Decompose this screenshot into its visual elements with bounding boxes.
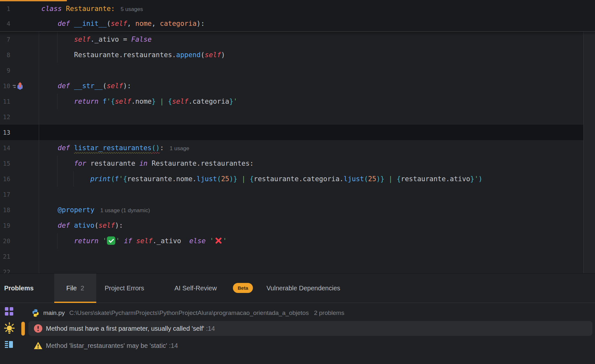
problems-file-row[interactable]: main.py C:\Users\skate\PycharmProjects\P… (31, 305, 595, 321)
code-line[interactable]: 1class Restaurante:5 usages (0, 1, 595, 16)
line-number[interactable]: 22 (0, 264, 10, 273)
code-line[interactable]: 12 (0, 109, 595, 125)
code-text: def ativo(self): (41, 218, 123, 233)
line-number[interactable]: 20 (0, 233, 10, 249)
line-number[interactable]: 11 (0, 94, 10, 109)
code-line[interactable]: 9 (0, 63, 595, 78)
problem-row-warning[interactable]: Method 'listar_restaurantes' may be 'sta… (0, 338, 595, 354)
code-text: return '' if self._ativo else '' (41, 233, 227, 249)
line-number[interactable]: 21 (0, 249, 10, 264)
file-name: main.py (43, 309, 65, 317)
code-lines[interactable]: 7 self._ativo = False8 Restaurante.resta… (0, 32, 595, 273)
panel-title: Problems (4, 274, 34, 303)
error-icon (34, 324, 43, 333)
line-number[interactable]: 4 (0, 16, 10, 31)
line-number[interactable]: 1 (0, 1, 10, 16)
line-number[interactable]: 8 (0, 47, 10, 63)
code-text: def __str__(self): (41, 78, 131, 94)
code-text: Restaurante.restaurantes.append(self) (41, 47, 225, 63)
code-line[interactable]: 16 print(f'{restaurante.nome.ljust(25)} … (0, 171, 595, 187)
problem-row-error[interactable]: Method must have a first parameter, usua… (0, 321, 595, 337)
code-line[interactable]: 8 Restaurante.restaurantes.append(self) (0, 47, 595, 63)
usages-hint[interactable]: 1 usage (170, 145, 189, 151)
code-text: def __init__(self, nome, categoria): (41, 16, 205, 31)
gutter-separator (39, 32, 39, 273)
problem-message: Method 'listar_restaurantes' may be 'sta… (46, 338, 178, 353)
code-line[interactable]: 4 def __init__(self, nome, categoria): (0, 16, 595, 31)
sticky-lines-shadow (0, 32, 595, 36)
code-editor[interactable]: 7 self._ativo = False8 Restaurante.resta… (0, 1, 595, 273)
sticky-lines-header[interactable]: 1class Restaurante:5 usages4 def __init_… (0, 1, 595, 32)
code-text: return f'{self.nome} | {self.categoria}' (41, 94, 237, 109)
tab-project-errors[interactable]: Project Errors (105, 274, 144, 303)
code-line[interactable]: 21 (0, 249, 595, 264)
line-number[interactable]: 18 (0, 202, 10, 218)
check-mark-emoji (107, 236, 115, 245)
usages-hint[interactable]: 5 usages (121, 6, 143, 12)
code-text: for restaurante in Restaurante.restauran… (41, 156, 254, 171)
code-line[interactable]: 13 (0, 125, 595, 140)
grid-icon[interactable] (5, 307, 14, 317)
line-number[interactable]: 14 (0, 140, 10, 156)
code-line[interactable]: 10 def __str__(self): (0, 78, 595, 94)
file-problems-count: 2 problems (314, 309, 344, 317)
problem-line-ref: :14 (206, 325, 215, 332)
problem-line-ref: :14 (169, 342, 178, 349)
code-text: def listar_restaurantes():1 usage (41, 140, 189, 156)
tab-file[interactable]: File 2 (54, 274, 96, 303)
selection-indicator (21, 322, 25, 336)
warning-icon (34, 341, 43, 350)
python-icon (31, 308, 40, 317)
code-text: @property1 usage (1 dynamic) (41, 202, 150, 218)
code-line[interactable]: 22 (0, 264, 595, 273)
problem-message: Method must have a first parameter, usua… (46, 321, 215, 336)
code-line[interactable]: 19 def ativo(self): (0, 218, 595, 233)
code-line[interactable]: 15 for restaurante in Restaurante.restau… (0, 156, 595, 171)
line-number[interactable]: 13 (0, 125, 10, 140)
code-line[interactable]: 14 def listar_restaurantes():1 usage (0, 140, 595, 156)
line-number[interactable]: 9 (0, 63, 10, 78)
problems-tabs-row: Problems File 2 Project Errors AI Self-R… (0, 274, 595, 303)
line-number[interactable]: 12 (0, 109, 10, 125)
code-text: print(f'{restaurante.nome.ljust(25)} | {… (41, 171, 483, 187)
beta-badge: Beta (233, 283, 253, 293)
code-line[interactable]: 20 return '' if self._ativo else '' (0, 233, 595, 249)
tab-file-label: File (66, 285, 77, 292)
right-gutter (584, 32, 595, 273)
line-number[interactable]: 15 (0, 156, 10, 171)
line-number[interactable]: 19 (0, 218, 10, 233)
cross-mark-emoji (214, 237, 222, 244)
editor-right-separator (583, 32, 584, 273)
pycharm-window: 7 self._ativo = False8 Restaurante.resta… (0, 0, 595, 364)
code-text: class Restaurante:5 usages (41, 1, 143, 17)
active-tab-underline (54, 302, 96, 303)
tab-file-count: 2 (81, 285, 84, 292)
code-line[interactable]: 11 return f'{self.nome} | {self.categori… (0, 94, 595, 109)
line-number[interactable]: 10 (0, 78, 10, 94)
problems-panel: Problems File 2 Project Errors AI Self-R… (0, 273, 595, 364)
file-path: C:\Users\skate\PycharmProjects\PythonPro… (69, 309, 309, 317)
code-line[interactable]: 17 (0, 187, 595, 202)
overrides-method-icon[interactable] (12, 81, 24, 91)
line-number[interactable]: 17 (0, 187, 10, 202)
line-number[interactable]: 16 (0, 171, 10, 187)
usages-hint[interactable]: 1 usage (1 dynamic) (100, 207, 150, 213)
tab-vulnerable-dependencies[interactable]: Vulnerable Dependencies (266, 274, 340, 303)
code-line[interactable]: 18 @property1 usage (1 dynamic) (0, 202, 595, 218)
tab-ai-self-review[interactable]: AI Self-Review (174, 274, 217, 303)
